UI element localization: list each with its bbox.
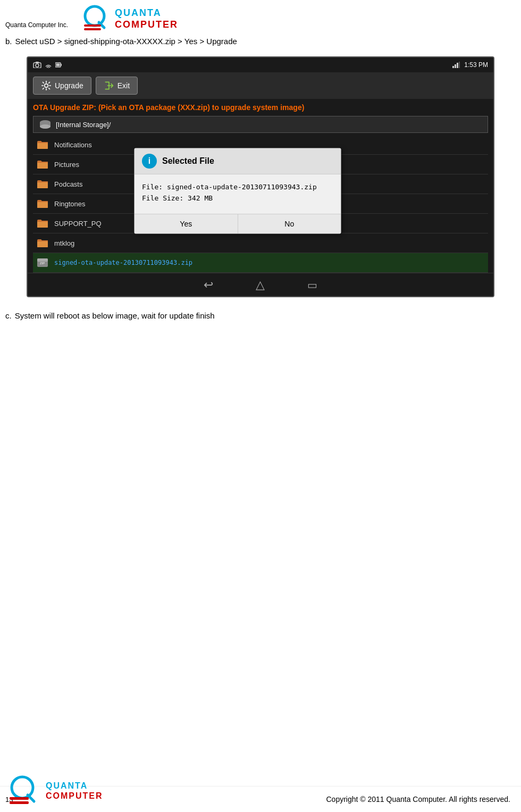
dialog-size-label: File Size: 342 MB	[142, 193, 333, 204]
svg-rect-29	[10, 801, 29, 804]
dialog-title: Selected File	[162, 156, 214, 166]
folder-icon	[36, 218, 49, 229]
status-time: 1:53 PM	[464, 61, 488, 69]
step-b-text: Select uSD > signed-shipping-ota-XXXXX.z…	[15, 37, 237, 46]
ota-title: OTA Upgrade ZIP: (Pick an OTA package (X…	[28, 99, 493, 116]
step-c-text: System will reboot as below image, wait …	[15, 311, 215, 320]
logo-computer-text: COMPUTER	[115, 19, 178, 31]
folder-icon	[36, 238, 49, 248]
dialog-no-button[interactable]: No	[238, 214, 341, 233]
svg-rect-8	[61, 64, 62, 66]
svg-rect-21	[37, 202, 48, 208]
footer-logo: QUANTA COMPUTER	[5, 775, 103, 807]
exit-button[interactable]: Exit	[96, 77, 138, 95]
header-logo: QUANTA COMPUTER	[80, 4, 178, 34]
navigation-bar: ↩ △ ▭	[28, 273, 493, 296]
dialog-info-icon: i	[142, 154, 157, 169]
folder-icon	[36, 198, 49, 209]
back-button[interactable]: ↩	[204, 278, 213, 292]
svg-rect-22	[37, 222, 48, 228]
step-b-label: b.	[5, 37, 12, 46]
svg-rect-10	[452, 66, 454, 68]
signal-icon	[452, 62, 460, 68]
svg-rect-19	[37, 163, 48, 169]
svg-rect-20	[37, 182, 48, 188]
storage-icon	[39, 120, 52, 129]
folder-name: mtklog	[54, 239, 74, 247]
footer-logo-icon	[5, 775, 43, 807]
exit-icon	[104, 80, 114, 91]
dialog-yes-button[interactable]: Yes	[135, 214, 238, 233]
upgrade-label: Upgrade	[55, 81, 83, 90]
folder-name: Ringtones	[54, 200, 86, 208]
svg-rect-5	[36, 62, 39, 63]
folder-icon	[36, 159, 49, 170]
svg-point-14	[45, 84, 48, 88]
folder-name: SUPPORT_PQ	[54, 220, 102, 228]
svg-text:ZIP: ZIP	[40, 262, 45, 265]
zip-file-name: signed-ota-update-20130711093943.zip	[54, 259, 192, 266]
dialog-buttons: Yes No	[135, 214, 341, 233]
list-item-selected[interactable]: ZIP signed-ota-update-20130711093943.zip	[33, 253, 488, 273]
svg-rect-18	[37, 143, 48, 149]
upgrade-button[interactable]: Upgrade	[33, 77, 91, 95]
step-c-label: c.	[5, 311, 12, 320]
svg-rect-12	[457, 63, 458, 68]
svg-point-17	[40, 124, 51, 129]
footer-quanta-text: QUANTA	[46, 781, 103, 791]
zip-file-icon: ZIP	[36, 257, 49, 268]
folder-name: Pictures	[54, 161, 79, 169]
svg-rect-9	[56, 64, 60, 66]
path-text: [Internal Storage]/	[56, 121, 111, 129]
svg-rect-2	[84, 28, 101, 30]
svg-point-4	[36, 64, 39, 67]
dialog-file-label: File: signed-ota-update-20130711093943.z…	[142, 182, 333, 193]
svg-rect-11	[455, 64, 456, 68]
recents-button[interactable]: ▭	[307, 279, 317, 291]
exit-label: Exit	[117, 81, 130, 90]
svg-point-0	[85, 6, 104, 26]
footer-computer-text: COMPUTER	[46, 791, 103, 801]
device-screenshot: 1:53 PM Upgrade Exit OTA Upgrade ZIP: (P…	[27, 56, 494, 297]
svg-point-27	[12, 777, 33, 798]
company-name: Quanta Computer Inc.	[5, 21, 74, 29]
status-bar: 1:53 PM	[28, 57, 493, 72]
folder-icon	[36, 179, 49, 189]
folder-icon	[36, 139, 49, 150]
file-browser: [Internal Storage]/ Notifications	[28, 116, 493, 273]
status-left-icons	[33, 62, 62, 68]
quanta-logo-icon	[80, 4, 112, 34]
footer: 13 QUANTA COMPUTER Copyright © 2011 Quan…	[0, 786, 521, 812]
svg-rect-28	[10, 797, 29, 800]
footer-logo-text: QUANTA COMPUTER	[46, 781, 103, 801]
svg-rect-23	[37, 241, 48, 247]
dialog-body: File: signed-ota-update-20130711093943.z…	[135, 174, 341, 210]
folder-name: Notifications	[54, 141, 92, 149]
home-button[interactable]: △	[256, 278, 265, 292]
battery-icon	[55, 62, 62, 68]
logo-quanta-text: QUANTA	[115, 7, 178, 19]
list-item[interactable]: mtklog	[33, 233, 488, 253]
gear-icon	[41, 80, 52, 91]
svg-rect-13	[459, 62, 460, 68]
step-c-container: c. System will reboot as below image, wa…	[0, 303, 521, 325]
folder-name: Podcasts	[54, 180, 82, 188]
wifi-icon	[45, 62, 52, 68]
step-b-container: b. Select uSD > signed-shipping-ota-XXXX…	[0, 36, 521, 51]
svg-rect-1	[84, 24, 101, 27]
top-buttons-row: Upgrade Exit	[28, 72, 493, 99]
dialog-title-bar: i Selected File	[135, 148, 341, 174]
path-bar: [Internal Storage]/	[33, 116, 488, 133]
status-right: 1:53 PM	[452, 61, 488, 69]
svg-point-6	[48, 68, 49, 68]
selected-file-dialog: i Selected File File: signed-ota-update-…	[134, 148, 341, 234]
screenshot-icon	[33, 62, 41, 68]
